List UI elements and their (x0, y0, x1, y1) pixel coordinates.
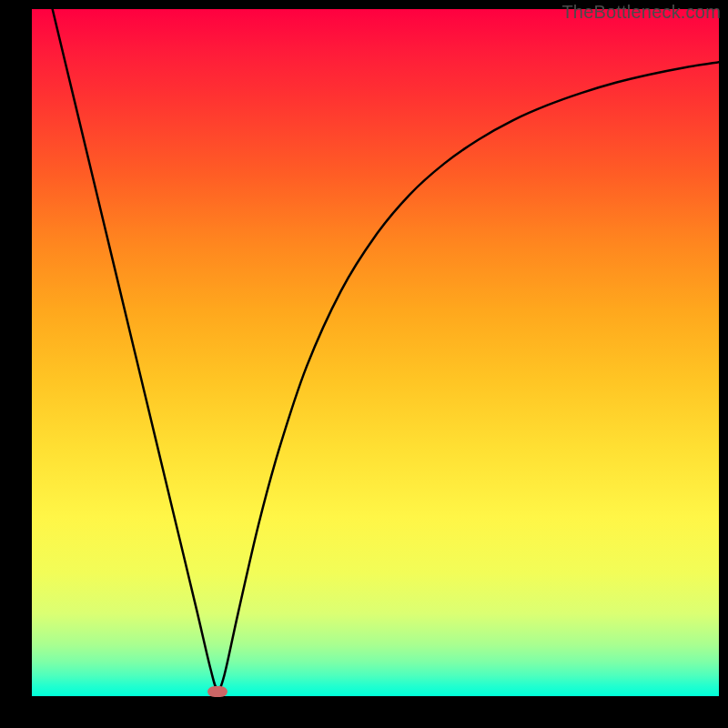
watermark-text: TheBottleneck.com (561, 2, 721, 23)
bottleneck-curve (32, 9, 719, 696)
chart-frame: TheBottleneck.com (0, 0, 728, 728)
plot-area (32, 9, 719, 696)
optimal-point-marker (207, 686, 228, 697)
